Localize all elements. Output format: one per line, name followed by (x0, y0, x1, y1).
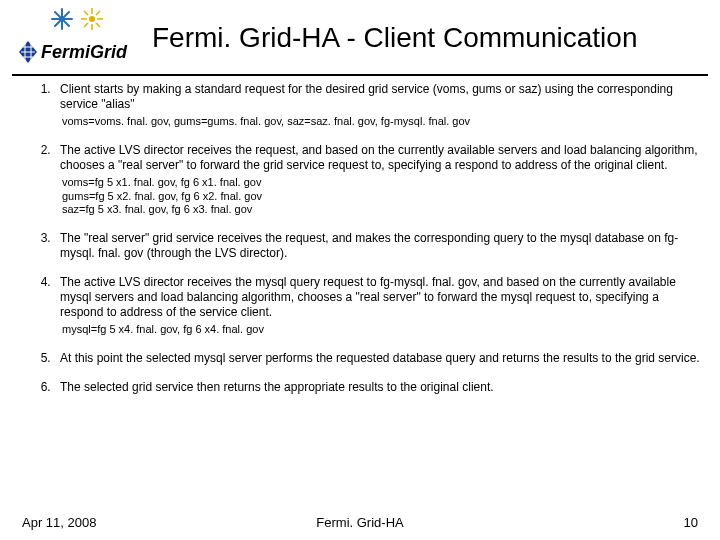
step-subline: voms=voms. fnal. gov, gums=gums. fnal. g… (60, 115, 702, 129)
step-subline: gums=fg 5 x2. fnal. gov, fg 6 x2. fnal. … (60, 190, 702, 204)
step-item: The active LVS director receives the req… (54, 143, 702, 217)
step-subline: voms=fg 5 x1. fnal. gov, fg 6 x1. fnal. … (60, 176, 702, 190)
steps-list: Client starts by making a standard reque… (18, 82, 702, 395)
snowflake-icon (50, 7, 74, 35)
slide-header: FermiGrid Fermi. Grid-HA - Client Commun… (0, 0, 720, 70)
step-subline: mysql=fg 5 x4. fnal. gov, fg 6 x4. fnal.… (60, 323, 702, 337)
step-item: At this point the selected mysql server … (54, 351, 702, 366)
step-main-text: The "real server" grid service receives … (60, 231, 702, 261)
step-main-text: The active LVS director receives the mys… (60, 275, 702, 320)
step-main-text: The active LVS director receives the req… (60, 143, 702, 173)
slide-title: Fermi. Grid-HA - Client Communication (142, 23, 637, 52)
svg-line-9 (84, 11, 88, 15)
slide-body: Client starts by making a standard reque… (0, 82, 720, 395)
step-main-text: The selected grid service then returns t… (60, 380, 702, 395)
logo-text: FermiGrid (41, 42, 128, 62)
step-item: The "real server" grid service receives … (54, 231, 702, 261)
footer-date: Apr 11, 2008 (22, 515, 96, 530)
svg-line-12 (84, 23, 88, 27)
svg-point-4 (89, 16, 95, 22)
fermigrid-wordmark-icon: FermiGrid (17, 39, 137, 69)
burst-icon (80, 7, 104, 35)
footer-center: Fermi. Grid-HA (0, 515, 720, 530)
step-item: The active LVS director receives the mys… (54, 275, 702, 337)
step-main-text: At this point the selected mysql server … (60, 351, 702, 366)
step-item: The selected grid service then returns t… (54, 380, 702, 395)
step-main-text: Client starts by making a standard reque… (60, 82, 702, 112)
svg-line-10 (96, 23, 100, 27)
slide-footer: Apr 11, 2008 Fermi. Grid-HA 10 (0, 515, 720, 530)
logo-cluster: FermiGrid (12, 7, 142, 69)
footer-page: 10 (684, 515, 698, 530)
step-subline: saz=fg 5 x3. fnal. gov, fg 6 x3. fnal. g… (60, 203, 702, 217)
step-item: Client starts by making a standard reque… (54, 82, 702, 129)
svg-line-11 (96, 11, 100, 15)
header-divider (12, 74, 708, 76)
